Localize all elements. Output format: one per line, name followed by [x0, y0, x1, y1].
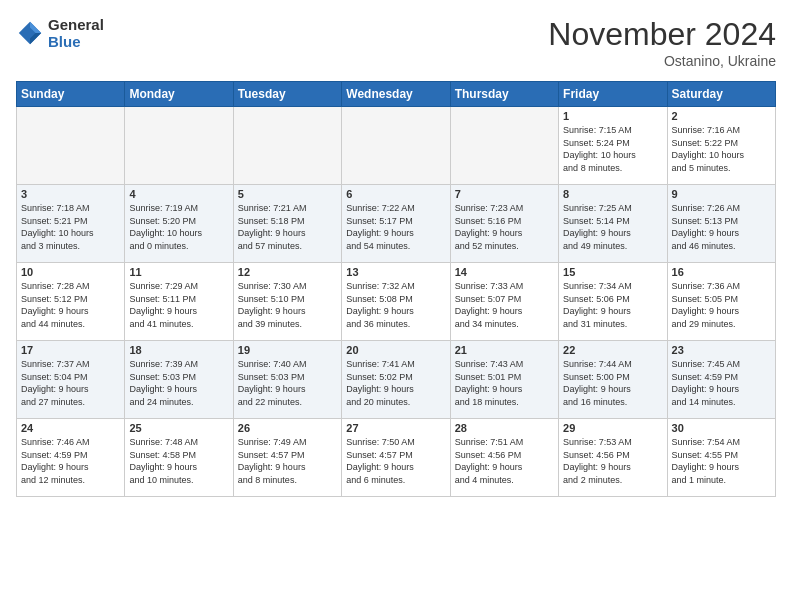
logo-text: General Blue [48, 16, 104, 50]
day-number: 27 [346, 422, 445, 434]
day-number: 22 [563, 344, 662, 356]
calendar-cell: 29Sunrise: 7:53 AM Sunset: 4:56 PM Dayli… [559, 419, 667, 497]
calendar-week-row: 24Sunrise: 7:46 AM Sunset: 4:59 PM Dayli… [17, 419, 776, 497]
day-number: 19 [238, 344, 337, 356]
day-info: Sunrise: 7:23 AM Sunset: 5:16 PM Dayligh… [455, 202, 554, 252]
calendar-cell: 18Sunrise: 7:39 AM Sunset: 5:03 PM Dayli… [125, 341, 233, 419]
title-block: November 2024 Ostanino, Ukraine [548, 16, 776, 69]
calendar-cell: 27Sunrise: 7:50 AM Sunset: 4:57 PM Dayli… [342, 419, 450, 497]
calendar-cell: 13Sunrise: 7:32 AM Sunset: 5:08 PM Dayli… [342, 263, 450, 341]
day-info: Sunrise: 7:41 AM Sunset: 5:02 PM Dayligh… [346, 358, 445, 408]
day-number: 7 [455, 188, 554, 200]
col-sunday: Sunday [17, 82, 125, 107]
day-number: 18 [129, 344, 228, 356]
day-info: Sunrise: 7:18 AM Sunset: 5:21 PM Dayligh… [21, 202, 120, 252]
day-number: 2 [672, 110, 771, 122]
col-wednesday: Wednesday [342, 82, 450, 107]
calendar-cell: 23Sunrise: 7:45 AM Sunset: 4:59 PM Dayli… [667, 341, 775, 419]
day-info: Sunrise: 7:51 AM Sunset: 4:56 PM Dayligh… [455, 436, 554, 486]
day-info: Sunrise: 7:36 AM Sunset: 5:05 PM Dayligh… [672, 280, 771, 330]
calendar-cell: 20Sunrise: 7:41 AM Sunset: 5:02 PM Dayli… [342, 341, 450, 419]
col-thursday: Thursday [450, 82, 558, 107]
calendar-cell: 6Sunrise: 7:22 AM Sunset: 5:17 PM Daylig… [342, 185, 450, 263]
col-friday: Friday [559, 82, 667, 107]
day-info: Sunrise: 7:37 AM Sunset: 5:04 PM Dayligh… [21, 358, 120, 408]
day-number: 16 [672, 266, 771, 278]
location: Ostanino, Ukraine [548, 53, 776, 69]
col-monday: Monday [125, 82, 233, 107]
day-number: 24 [21, 422, 120, 434]
day-info: Sunrise: 7:34 AM Sunset: 5:06 PM Dayligh… [563, 280, 662, 330]
calendar-cell [125, 107, 233, 185]
calendar-week-row: 17Sunrise: 7:37 AM Sunset: 5:04 PM Dayli… [17, 341, 776, 419]
calendar-cell: 7Sunrise: 7:23 AM Sunset: 5:16 PM Daylig… [450, 185, 558, 263]
day-number: 4 [129, 188, 228, 200]
calendar-cell: 5Sunrise: 7:21 AM Sunset: 5:18 PM Daylig… [233, 185, 341, 263]
calendar-cell [450, 107, 558, 185]
calendar-cell [17, 107, 125, 185]
day-info: Sunrise: 7:22 AM Sunset: 5:17 PM Dayligh… [346, 202, 445, 252]
day-number: 13 [346, 266, 445, 278]
day-info: Sunrise: 7:48 AM Sunset: 4:58 PM Dayligh… [129, 436, 228, 486]
day-number: 6 [346, 188, 445, 200]
day-number: 3 [21, 188, 120, 200]
calendar-week-row: 3Sunrise: 7:18 AM Sunset: 5:21 PM Daylig… [17, 185, 776, 263]
calendar-cell: 4Sunrise: 7:19 AM Sunset: 5:20 PM Daylig… [125, 185, 233, 263]
day-number: 11 [129, 266, 228, 278]
day-number: 20 [346, 344, 445, 356]
day-number: 17 [21, 344, 120, 356]
day-info: Sunrise: 7:49 AM Sunset: 4:57 PM Dayligh… [238, 436, 337, 486]
day-number: 14 [455, 266, 554, 278]
day-info: Sunrise: 7:43 AM Sunset: 5:01 PM Dayligh… [455, 358, 554, 408]
calendar-cell: 9Sunrise: 7:26 AM Sunset: 5:13 PM Daylig… [667, 185, 775, 263]
day-number: 1 [563, 110, 662, 122]
day-number: 12 [238, 266, 337, 278]
calendar-cell: 3Sunrise: 7:18 AM Sunset: 5:21 PM Daylig… [17, 185, 125, 263]
calendar-cell: 12Sunrise: 7:30 AM Sunset: 5:10 PM Dayli… [233, 263, 341, 341]
day-number: 29 [563, 422, 662, 434]
calendar-cell: 21Sunrise: 7:43 AM Sunset: 5:01 PM Dayli… [450, 341, 558, 419]
day-number: 5 [238, 188, 337, 200]
day-info: Sunrise: 7:16 AM Sunset: 5:22 PM Dayligh… [672, 124, 771, 174]
day-info: Sunrise: 7:30 AM Sunset: 5:10 PM Dayligh… [238, 280, 337, 330]
calendar-cell: 26Sunrise: 7:49 AM Sunset: 4:57 PM Dayli… [233, 419, 341, 497]
day-info: Sunrise: 7:53 AM Sunset: 4:56 PM Dayligh… [563, 436, 662, 486]
calendar-cell: 22Sunrise: 7:44 AM Sunset: 5:00 PM Dayli… [559, 341, 667, 419]
calendar-header-row: Sunday Monday Tuesday Wednesday Thursday… [17, 82, 776, 107]
day-info: Sunrise: 7:25 AM Sunset: 5:14 PM Dayligh… [563, 202, 662, 252]
calendar-cell: 28Sunrise: 7:51 AM Sunset: 4:56 PM Dayli… [450, 419, 558, 497]
day-info: Sunrise: 7:46 AM Sunset: 4:59 PM Dayligh… [21, 436, 120, 486]
day-info: Sunrise: 7:40 AM Sunset: 5:03 PM Dayligh… [238, 358, 337, 408]
day-info: Sunrise: 7:19 AM Sunset: 5:20 PM Dayligh… [129, 202, 228, 252]
col-saturday: Saturday [667, 82, 775, 107]
day-info: Sunrise: 7:29 AM Sunset: 5:11 PM Dayligh… [129, 280, 228, 330]
day-info: Sunrise: 7:32 AM Sunset: 5:08 PM Dayligh… [346, 280, 445, 330]
day-number: 21 [455, 344, 554, 356]
calendar-cell: 10Sunrise: 7:28 AM Sunset: 5:12 PM Dayli… [17, 263, 125, 341]
calendar-cell: 8Sunrise: 7:25 AM Sunset: 5:14 PM Daylig… [559, 185, 667, 263]
calendar-cell: 19Sunrise: 7:40 AM Sunset: 5:03 PM Dayli… [233, 341, 341, 419]
page: General Blue November 2024 Ostanino, Ukr… [0, 0, 792, 612]
day-number: 9 [672, 188, 771, 200]
day-info: Sunrise: 7:28 AM Sunset: 5:12 PM Dayligh… [21, 280, 120, 330]
calendar-cell: 16Sunrise: 7:36 AM Sunset: 5:05 PM Dayli… [667, 263, 775, 341]
calendar-cell: 24Sunrise: 7:46 AM Sunset: 4:59 PM Dayli… [17, 419, 125, 497]
calendar-cell: 17Sunrise: 7:37 AM Sunset: 5:04 PM Dayli… [17, 341, 125, 419]
day-number: 25 [129, 422, 228, 434]
day-number: 23 [672, 344, 771, 356]
calendar-table: Sunday Monday Tuesday Wednesday Thursday… [16, 81, 776, 497]
calendar-week-row: 1Sunrise: 7:15 AM Sunset: 5:24 PM Daylig… [17, 107, 776, 185]
header: General Blue November 2024 Ostanino, Ukr… [16, 16, 776, 69]
day-info: Sunrise: 7:33 AM Sunset: 5:07 PM Dayligh… [455, 280, 554, 330]
day-number: 26 [238, 422, 337, 434]
calendar-cell: 2Sunrise: 7:16 AM Sunset: 5:22 PM Daylig… [667, 107, 775, 185]
day-info: Sunrise: 7:45 AM Sunset: 4:59 PM Dayligh… [672, 358, 771, 408]
day-number: 10 [21, 266, 120, 278]
day-info: Sunrise: 7:44 AM Sunset: 5:00 PM Dayligh… [563, 358, 662, 408]
day-info: Sunrise: 7:50 AM Sunset: 4:57 PM Dayligh… [346, 436, 445, 486]
col-tuesday: Tuesday [233, 82, 341, 107]
calendar-cell: 1Sunrise: 7:15 AM Sunset: 5:24 PM Daylig… [559, 107, 667, 185]
day-info: Sunrise: 7:21 AM Sunset: 5:18 PM Dayligh… [238, 202, 337, 252]
calendar-cell: 30Sunrise: 7:54 AM Sunset: 4:55 PM Dayli… [667, 419, 775, 497]
day-number: 28 [455, 422, 554, 434]
